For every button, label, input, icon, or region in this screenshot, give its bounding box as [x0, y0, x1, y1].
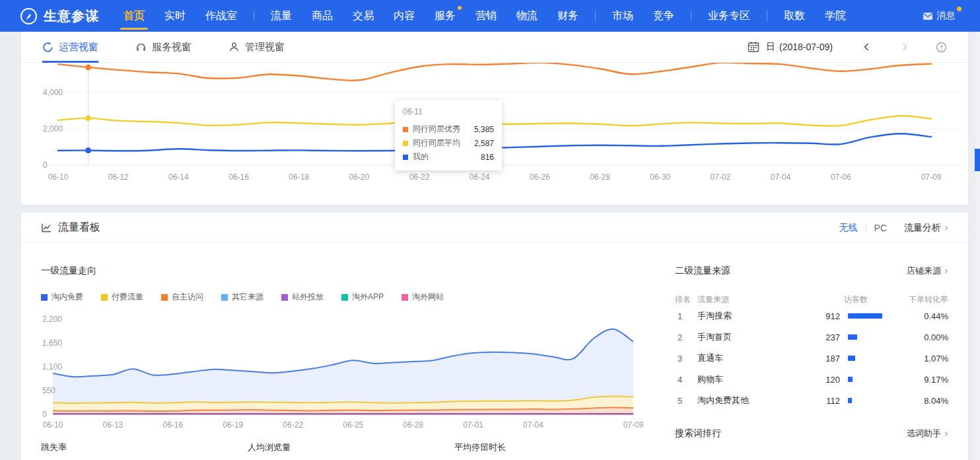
nav-item-products[interactable]: 商品: [302, 0, 343, 32]
refresh-circle-icon: [42, 42, 53, 53]
svg-text:06-19: 06-19: [223, 420, 243, 430]
svg-text:07-04: 07-04: [523, 420, 543, 430]
legend-swatch: [341, 294, 348, 301]
legend-swatch: [281, 294, 288, 301]
envelope-icon: [923, 12, 933, 20]
source-name-cell: 购物车: [697, 373, 803, 385]
nav-item-logistics[interactable]: 物流: [507, 0, 547, 32]
visitors-bar: [840, 313, 894, 319]
nav-item-data-extract[interactable]: 取数: [774, 0, 815, 32]
series-value: 816: [481, 153, 494, 162]
nav-item-competition[interactable]: 竞争: [643, 0, 684, 32]
notification-dot: [458, 6, 462, 10]
primary-traffic-section: 一级流量走向 淘内免费 付费流量 自主访问 其它来源 站外投放 淘外APP 淘外…: [21, 243, 664, 460]
nav-item-traffic[interactable]: 流量: [261, 0, 302, 32]
date-value[interactable]: (2018-07-09): [779, 42, 833, 52]
info-icon[interactable]: [936, 42, 947, 53]
source-table-row[interactable]: 1 手淘搜索 912 0.44%: [675, 305, 948, 326]
conversion-cell: 0.00%: [894, 332, 948, 342]
trend-legend: 淘内免费 付费流量 自主访问 其它来源 站外投放 淘外APP 淘外网站: [41, 291, 664, 303]
nav-item-transactions[interactable]: 交易: [343, 0, 384, 32]
page-scrollbar: [974, 32, 980, 460]
source-table-row[interactable]: 4 购物车 120 9.17%: [675, 369, 948, 390]
tab-service-view[interactable]: 服务视窗: [135, 32, 192, 63]
nav-item-war-room[interactable]: 作战室: [195, 0, 247, 32]
kpi-label: 平均停留时长: [454, 441, 661, 453]
scrollbar-thumb[interactable]: [975, 149, 980, 171]
nav-item-services[interactable]: 服务: [425, 0, 466, 32]
traffic-analysis-link[interactable]: 流量分析 ›: [904, 222, 948, 234]
visitors-cell: 187: [803, 354, 840, 364]
tooltip-row: 我的 816: [403, 150, 494, 164]
nav-item-academy[interactable]: 学院: [815, 0, 856, 32]
tab-operation-view[interactable]: 运营视窗: [42, 32, 98, 63]
col-source: 流量来源: [697, 294, 803, 305]
legend-item[interactable]: 其它来源: [221, 291, 263, 303]
toggle-wireless[interactable]: 无线: [839, 222, 858, 234]
nav-item-business-zone[interactable]: 业务专区: [698, 0, 760, 32]
legend-item[interactable]: 淘内免费: [41, 291, 83, 303]
svg-text:07-04: 07-04: [771, 172, 791, 182]
svg-text:06-13: 06-13: [103, 420, 123, 430]
view-tabbar: 运营视窗 服务视窗 管理视窗 日 (2018-07-09): [21, 32, 968, 63]
nav-item-content[interactable]: 内容: [384, 0, 425, 32]
nav-item-realtime[interactable]: 实时: [155, 0, 195, 32]
legend-item[interactable]: 自主访问: [161, 291, 203, 303]
source-table-body: 1 手淘搜索 912 0.44%2 手淘首页 237 0.00%3 直通车 18…: [675, 305, 948, 411]
svg-text:1,100: 1,100: [42, 362, 62, 371]
chevron-right-icon: ›: [944, 265, 948, 277]
brand[interactable]: 生意参谋: [20, 7, 99, 25]
tab-label: 运营视窗: [59, 41, 98, 54]
svg-text:2,000: 2,000: [43, 124, 63, 134]
rank-cell: 4: [675, 375, 697, 385]
legend-swatch: [221, 294, 228, 301]
kpi-label: 人均浏览量: [248, 441, 454, 453]
messages-button[interactable]: 消息: [923, 10, 960, 22]
svg-text:07-09: 07-09: [921, 172, 942, 182]
traffic-area-chart[interactable]: 05501,1001,6502,20006-1006-1306-1606-190…: [41, 311, 662, 436]
series-label: 同行同层平均: [413, 137, 468, 149]
tab-label: 服务视窗: [152, 41, 192, 54]
legend-item[interactable]: 淘外APP: [341, 291, 384, 303]
nav-divider: [595, 11, 596, 21]
rank-cell: 1: [675, 311, 697, 321]
legend-swatch: [41, 294, 48, 301]
traffic-analysis-label: 流量分析: [904, 222, 941, 234]
overview-card: 运营视窗 服务视窗 管理视窗 日 (2018-07-09): [21, 32, 968, 205]
svg-text:06-14: 06-14: [168, 172, 189, 182]
toggle-pc[interactable]: PC: [874, 223, 887, 233]
legend-item[interactable]: 站外投放: [281, 291, 324, 303]
shop-source-link[interactable]: 店铺来源 ›: [907, 265, 948, 277]
visitors-cell: 912: [803, 311, 840, 321]
rank-cell: 3: [675, 354, 697, 364]
svg-text:0: 0: [42, 410, 47, 419]
nav-item-marketing[interactable]: 营销: [466, 0, 507, 32]
calendar-icon[interactable]: [748, 41, 759, 53]
source-name-cell: 直通车: [697, 352, 803, 364]
legend-swatch: [101, 294, 108, 301]
traffic-board-card: 流量看板 无线 PC 流量分析 › 一级流量走向 淘内免费 付费流量 自主访问 …: [21, 213, 968, 460]
conversion-cell: 1.07%: [894, 354, 948, 364]
date-granularity[interactable]: 日: [766, 41, 775, 53]
legend-item[interactable]: 淘外网站: [402, 291, 444, 303]
series-label: 我的: [413, 151, 474, 163]
source-table-row[interactable]: 5 淘内免费其他 112 8.04%: [675, 390, 948, 411]
nav-item-finance[interactable]: 财务: [547, 0, 588, 32]
svg-text:06-28: 06-28: [403, 420, 423, 430]
legend-item[interactable]: 付费流量: [101, 291, 143, 303]
conversion-cell: 8.04%: [894, 396, 948, 406]
source-table-row[interactable]: 2 手淘首页 237 0.00%: [675, 326, 948, 348]
next-date-chevron-icon[interactable]: [900, 42, 909, 52]
nav-item-market[interactable]: 市场: [602, 0, 643, 32]
source-table-row[interactable]: 3 直通车 187 1.07%: [675, 348, 948, 369]
nav-item-home[interactable]: 首页: [114, 0, 155, 32]
chevron-right-icon: ›: [944, 428, 948, 440]
svg-text:06-22: 06-22: [409, 172, 430, 182]
visitors-bar: [840, 377, 894, 382]
svg-text:1,650: 1,650: [42, 338, 62, 348]
word-helper-link[interactable]: 选词助手 ›: [907, 428, 948, 440]
tab-management-view[interactable]: 管理视窗: [228, 32, 285, 63]
top-nav: 生意参谋 首页实时作战室流量商品交易内容服务营销物流财务市场竞争业务专区取数学院…: [0, 0, 980, 32]
tooltip-rows: 同行同层优秀 5,385 同行同层平均 2,587 我的 816: [403, 122, 494, 164]
prev-date-chevron-icon[interactable]: [862, 42, 871, 52]
